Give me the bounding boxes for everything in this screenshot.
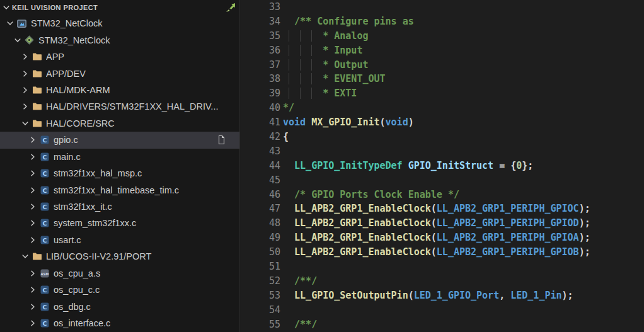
code-line[interactable]: * Output: [283, 58, 644, 72]
line-number[interactable]: 45: [240, 173, 280, 188]
code-line[interactable]: * Analog: [283, 29, 644, 43]
line-number[interactable]: 44: [240, 159, 280, 173]
keil-icon[interactable]: [225, 3, 236, 13]
chevron-right-icon[interactable]: [28, 202, 38, 212]
code-line[interactable]: * EXTI: [283, 86, 644, 101]
code-line[interactable]: * Input: [283, 43, 644, 58]
code-line[interactable]: * EVENT_OUT: [283, 72, 644, 86]
tree-item-hal-core-src[interactable]: HAL/CORE/SRC: [0, 115, 239, 132]
chevron-right-icon[interactable]: [28, 185, 38, 195]
chevron-down-icon[interactable]: [1, 3, 11, 13]
line-number[interactable]: 47: [240, 202, 280, 216]
line-number[interactable]: 51: [240, 260, 280, 274]
code-line[interactable]: LL_APB2_GRP1_EnableClock(LL_APB2_GRP1_PE…: [283, 245, 644, 260]
tree-item-gpio-c[interactable]: Cgpio.c: [0, 132, 239, 148]
tree-item-main-c[interactable]: Cmain.c: [0, 149, 239, 165]
line-number[interactable]: 38: [240, 72, 280, 86]
code-line[interactable]: [283, 173, 644, 188]
line-number[interactable]: 48: [240, 216, 280, 231]
tree-item-os-cpu-c-c[interactable]: Cos_cpu_c.c: [0, 282, 239, 298]
tree-item-system-stm32f1xx-c[interactable]: Csystem_stm32f1xx.c: [0, 215, 239, 231]
tree-item-app-dev[interactable]: APP/DEV: [0, 65, 239, 81]
code-line[interactable]: /**/: [283, 274, 644, 289]
chevron-down-icon[interactable]: [5, 18, 15, 28]
tree-item-label: os_cpu_a.s: [54, 268, 239, 278]
code-line[interactable]: [283, 303, 644, 318]
code-line[interactable]: LL_APB2_GRP1_EnableClock(LL_APB2_GRP1_PE…: [283, 231, 644, 245]
chevron-down-icon[interactable]: [13, 35, 23, 45]
code-line[interactable]: /** Configure pins as: [283, 14, 644, 29]
chevron-right-icon[interactable]: [28, 152, 38, 162]
line-number[interactable]: 49: [240, 231, 280, 245]
chevron-right-icon[interactable]: [28, 135, 38, 145]
code-line[interactable]: /* GPIO Ports Clock Enable */: [283, 188, 644, 202]
line-number[interactable]: 34: [240, 14, 280, 29]
uvision-project-icon: [16, 18, 27, 29]
line-number[interactable]: 41: [240, 115, 280, 130]
tree-item-stm32-netclock[interactable]: STM32_NetClock: [0, 31, 239, 48]
tree-item-label: HAL/MDK-ARM: [46, 85, 239, 95]
chevron-right-icon[interactable]: [20, 52, 30, 62]
chevron-right-icon[interactable]: [28, 218, 38, 228]
line-number[interactable]: 39: [240, 86, 280, 101]
tree-item-os-interface-c[interactable]: Cos_interface.c: [0, 315, 239, 331]
chevron-down-icon[interactable]: [20, 118, 30, 129]
tree-item-hal-mdk-arm[interactable]: HAL/MDK-ARM: [0, 82, 239, 98]
code-line[interactable]: LL_GPIO_SetOutputPin(LED_1_GPIO_Port, LE…: [283, 289, 644, 303]
tree-item-usart-c[interactable]: Cusart.c: [0, 232, 239, 248]
tree-item-os-cpu-a-s[interactable]: ASMos_cpu_a.s: [0, 265, 239, 282]
tree-item-stm32-netclock[interactable]: STM32_NetClock: [0, 15, 239, 31]
tree-item-stm32f1xx-hal-timebase-tim-c[interactable]: Cstm32f1xx_hal_timebase_tim.c: [0, 181, 239, 198]
chevron-down-icon[interactable]: [20, 251, 30, 261]
code-area[interactable]: /** Configure pins as * Analog * Input *…: [280, 0, 644, 332]
chevron-right-icon[interactable]: [28, 268, 38, 278]
code-line[interactable]: {: [283, 130, 644, 144]
folder-icon: [32, 251, 42, 262]
chevron-right-icon[interactable]: [20, 101, 30, 112]
code-line[interactable]: /**/: [283, 318, 644, 332]
code-line[interactable]: void MX_GPIO_Init(void): [283, 115, 644, 130]
tree-item-os-dbg-c[interactable]: Cos_dbg.c: [0, 298, 239, 314]
tree-item-label: HAL/DRIVERS/STM32F1XX_HAL_DRIV...: [46, 101, 239, 112]
tree-item-stm32f1xx-it-c[interactable]: Cstm32f1xx_it.c: [0, 198, 239, 215]
line-number[interactable]: 33: [240, 0, 280, 14]
code-line[interactable]: [283, 260, 644, 274]
tree-item-label: STM32_NetClock: [31, 18, 239, 28]
line-number[interactable]: 36: [240, 43, 280, 58]
tree-item-label: usart.c: [54, 235, 239, 245]
chevron-right-icon[interactable]: [20, 69, 30, 79]
c-file-icon: C: [39, 301, 50, 312]
code-line[interactable]: */: [283, 101, 644, 115]
svg-text:C: C: [42, 137, 47, 144]
line-number[interactable]: 55: [240, 318, 280, 332]
line-number[interactable]: 52: [240, 274, 280, 289]
tree-item-hal-drivers-stm32f1xx-hal-driv[interactable]: HAL/DRIVERS/STM32F1XX_HAL_DRIV...: [0, 98, 239, 115]
tree-item-lib-ucos-ii-v2-91-port[interactable]: LIB/UCOS-II-V2.91/PORT: [0, 248, 239, 265]
code-editor[interactable]: 3334353637383940414243444546474849505152…: [240, 0, 644, 332]
code-line[interactable]: [283, 0, 644, 14]
line-number[interactable]: 37: [240, 58, 280, 72]
chevron-right-icon[interactable]: [28, 285, 38, 295]
code-line[interactable]: LL_APB2_GRP1_EnableClock(LL_APB2_GRP1_PE…: [283, 202, 644, 216]
line-number[interactable]: 53: [240, 289, 280, 303]
svg-text:C: C: [42, 186, 47, 193]
chevron-right-icon[interactable]: [20, 85, 30, 95]
code-line[interactable]: LL_APB2_GRP1_EnableClock(LL_APB2_GRP1_PE…: [283, 216, 644, 231]
tree-item-app[interactable]: APP: [0, 49, 239, 65]
line-number[interactable]: 46: [240, 188, 280, 202]
chevron-right-icon[interactable]: [28, 302, 38, 312]
open-file-icon[interactable]: [216, 134, 227, 146]
chevron-right-icon[interactable]: [28, 168, 38, 178]
line-number[interactable]: 43: [240, 144, 280, 159]
code-line[interactable]: LL_GPIO_InitTypeDef GPIO_InitStruct = {0…: [283, 159, 644, 173]
line-number[interactable]: 42: [240, 130, 280, 144]
line-number[interactable]: 35: [240, 29, 280, 43]
line-number[interactable]: 40: [240, 101, 280, 115]
chevron-right-icon[interactable]: [28, 235, 38, 245]
line-number[interactable]: 50: [240, 245, 280, 260]
chevron-right-icon[interactable]: [28, 318, 38, 328]
section-header-keil-uvision-project[interactable]: KEIL UVISION PROJECT: [0, 0, 239, 15]
line-number[interactable]: 54: [240, 303, 280, 318]
code-line[interactable]: [283, 144, 644, 159]
tree-item-stm32f1xx-hal-msp-c[interactable]: Cstm32f1xx_hal_msp.c: [0, 165, 239, 181]
